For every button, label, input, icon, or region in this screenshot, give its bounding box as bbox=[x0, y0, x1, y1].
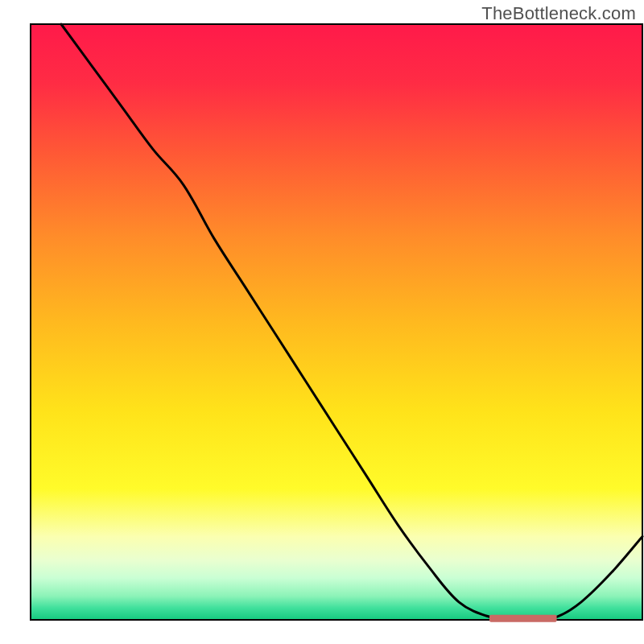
chart-svg bbox=[0, 0, 644, 644]
watermark-text: TheBottleneck.com bbox=[481, 3, 636, 24]
chart-root: TheBottleneck.com bbox=[0, 0, 644, 644]
chart-background bbox=[31, 24, 642, 620]
flat-marker bbox=[489, 615, 557, 622]
